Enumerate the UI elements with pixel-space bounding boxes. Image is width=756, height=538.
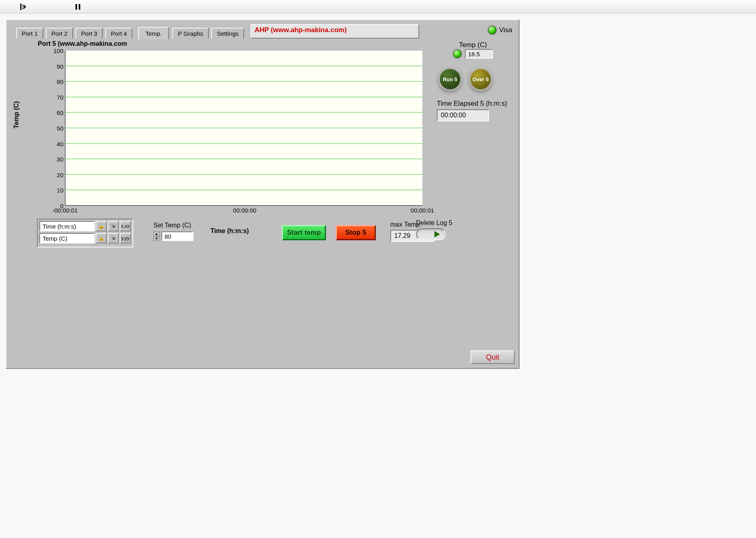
x-axis-name-input[interactable]: Time (h:m:s): [39, 221, 95, 231]
set-temp-label: Set Temp (C): [153, 222, 194, 229]
spin-down-icon[interactable]: ▼: [153, 236, 160, 241]
spin-up-icon[interactable]: ▲: [153, 231, 160, 236]
ytick-50: 50: [43, 125, 63, 132]
temp-readout-value: 18.5: [465, 49, 493, 59]
elapsed-value: 00:00:00: [437, 109, 489, 121]
tab-port3[interactable]: Port 3: [75, 28, 103, 39]
set-temp-control: Set Temp (C) ▲ ▼ 80: [153, 222, 194, 241]
ytick-40: 40: [43, 140, 63, 147]
tab-content: Port 5 (www.ahp-makina.com Temp (C) 100 …: [11, 39, 514, 346]
visa-led-icon: [488, 26, 497, 35]
main-panel: Port 1 Port 2 Port 3 Port 4 Temp. P Grap…: [6, 19, 520, 369]
axis-palette: Time (h:m:s) 🔒 ⇲ x.xx Temp (C) 🔒 ⇲ y.yy: [37, 219, 133, 248]
set-temp-input[interactable]: 80: [161, 231, 194, 241]
temp-readout-label: Temp (C): [437, 41, 509, 49]
svg-rect-1: [79, 4, 80, 10]
xtick-right: 00:00:01: [411, 207, 434, 214]
temp-led-icon: [453, 49, 462, 58]
tab-port4[interactable]: Port 4: [105, 28, 132, 39]
title-banner: AHP (www.ahp-makina.com): [251, 24, 419, 39]
tab-port1[interactable]: Port 1: [16, 28, 43, 39]
y-autoscale-icon[interactable]: ⇲: [108, 233, 119, 243]
quit-button[interactable]: Quit: [471, 350, 515, 364]
set-temp-spinner[interactable]: ▲ ▼: [153, 231, 160, 241]
visa-indicator: Visa: [488, 26, 512, 35]
ytick-60: 60: [43, 109, 63, 116]
y-format-icon[interactable]: y.yy: [120, 233, 131, 243]
toolbar: [0, 0, 756, 14]
run-arrow-icon[interactable]: [18, 2, 29, 12]
ytick-20: 20: [43, 171, 63, 178]
x-format-icon[interactable]: x.xx: [120, 221, 131, 231]
delete-log-control: Delete Log 5: [416, 219, 476, 240]
under-chart-controls: Time (h:m:s) 🔒 ⇲ x.xx Temp (C) 🔒 ⇲ y.yy …: [37, 219, 426, 259]
svg-rect-0: [75, 4, 77, 10]
pause-icon[interactable]: [73, 2, 83, 12]
chart[interactable]: Temp (C) 100 90 80 70 60 50 40 30: [37, 48, 422, 217]
tab-port2[interactable]: Port 2: [46, 28, 73, 39]
delete-log-switch[interactable]: [416, 228, 446, 240]
chart-y-label: Temp (C): [13, 101, 20, 129]
y-lock-icon[interactable]: 🔒: [96, 233, 107, 243]
ytick-80: 80: [43, 78, 63, 85]
xtick-center: 00:00:00: [233, 207, 256, 214]
xtick-left: -00:00:01: [52, 207, 77, 214]
visa-label: Visa: [499, 26, 512, 34]
ytick-10: 10: [43, 187, 63, 194]
x-lock-icon[interactable]: 🔒: [96, 221, 107, 231]
tab-settings[interactable]: Settings: [211, 28, 244, 39]
start-temp-button[interactable]: Start temp: [282, 225, 326, 240]
delete-log-label: Delete Log 5: [416, 219, 476, 227]
run5-button[interactable]: Run 5: [438, 68, 462, 91]
y-axis-name-input[interactable]: Temp (C): [39, 233, 95, 243]
ytick-90: 90: [43, 63, 63, 70]
chart-plot-area[interactable]: [65, 51, 422, 206]
tab-strip: Port 1 Port 2 Port 3 Port 4 Temp. P Grap…: [16, 26, 247, 40]
chart-x-ticks: -00:00:01 00:00:00 00:00:01: [65, 207, 422, 214]
ytick-30: 30: [43, 156, 63, 163]
stop5-button[interactable]: Stop 5: [336, 225, 376, 240]
chart-title: Port 5 (www.ahp-makina.com: [38, 40, 127, 47]
ytick-70: 70: [43, 94, 63, 100]
tab-temp[interactable]: Temp.: [138, 27, 169, 39]
elapsed-label: Time Elapsed 5 (h:m:s): [437, 100, 509, 108]
right-panel: Temp (C) 18.5 Run 5 Over 5 Time Elapsed …: [437, 41, 509, 121]
tab-pgraphs[interactable]: P Graphs: [172, 28, 209, 39]
x-autoscale-icon[interactable]: ⇲: [108, 221, 119, 231]
over5-button[interactable]: Over 5: [469, 68, 492, 91]
play-icon: [434, 231, 440, 237]
ytick-100: 100: [43, 47, 63, 54]
